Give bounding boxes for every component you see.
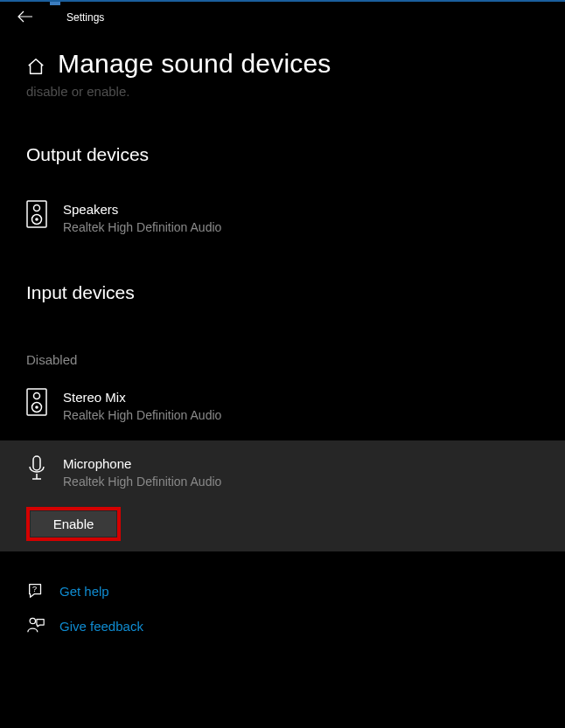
svg-point-3 [35,218,38,221]
device-subtitle: Realtek High Definition Audio [63,406,221,425]
back-button[interactable] [17,10,33,25]
get-help-link[interactable]: ? Get help [26,581,539,600]
help-link-label: Get help [59,584,109,599]
truncated-description: disable or enable. [0,79,565,99]
window-titlebar: Settings [0,0,565,33]
give-feedback-link[interactable]: Give feedback [26,616,539,635]
home-icon[interactable] [26,57,45,76]
page-title: Manage sound devices [58,49,331,79]
device-name: Stereo Mix [63,388,221,406]
footer-links: ? Get help Give feedback [0,551,565,635]
feedback-icon [26,616,45,635]
svg-rect-8 [33,456,40,470]
speaker-icon [26,388,47,416]
input-devices-heading: Input devices [0,282,565,303]
svg-point-7 [35,406,38,409]
help-icon: ? [26,581,45,600]
svg-point-5 [34,393,40,399]
svg-text:?: ? [32,585,37,593]
speaker-icon [26,200,47,228]
titlebar-label: Settings [66,11,104,24]
device-subtitle: Realtek High Definition Audio [63,218,221,237]
svg-point-12 [30,618,35,623]
page-header: Manage sound devices [0,33,565,79]
device-row-stereo-mix[interactable]: Stereo Mix Realtek High Definition Audio [0,388,565,425]
device-row-speakers[interactable]: Speakers Realtek High Definition Audio [0,200,565,237]
microphone-icon [26,454,47,482]
titlebar-accent [50,2,60,5]
enable-button-highlight: Enable [26,507,121,541]
enable-button[interactable]: Enable [31,511,116,537]
feedback-link-label: Give feedback [59,619,143,634]
output-devices-heading: Output devices [0,144,565,165]
device-name: Speakers [63,200,221,218]
selected-device-block: Microphone Realtek High Definition Audio… [0,440,565,551]
disabled-group-label: Disabled [0,352,565,367]
device-name: Microphone [63,454,221,473]
device-row-microphone[interactable]: Microphone Realtek High Definition Audio [0,454,565,491]
device-subtitle: Realtek High Definition Audio [63,473,221,491]
svg-point-1 [34,205,40,211]
